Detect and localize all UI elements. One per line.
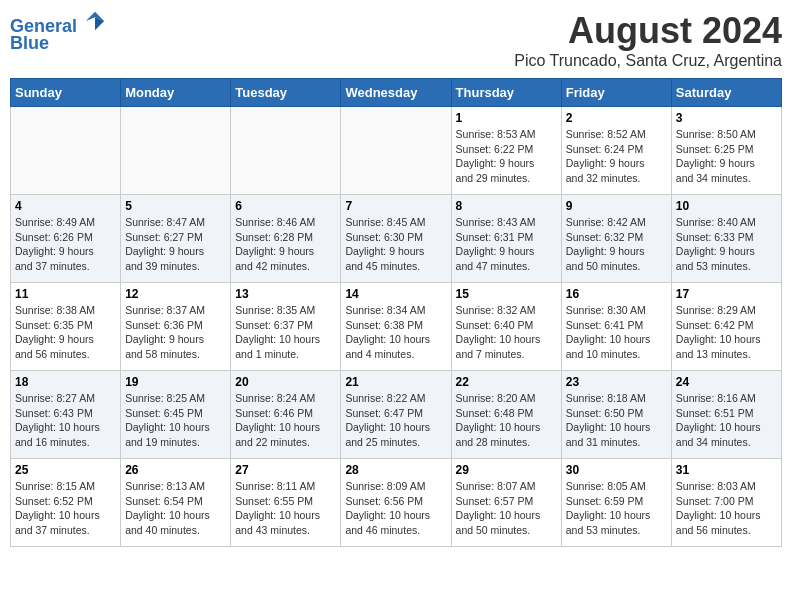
day-number: 18 <box>15 375 116 389</box>
day-number: 23 <box>566 375 667 389</box>
cell-content: Sunrise: 8:43 AMSunset: 6:31 PMDaylight:… <box>456 215 557 274</box>
cell-content: Sunrise: 8:37 AMSunset: 6:36 PMDaylight:… <box>125 303 226 362</box>
calendar-cell: 26Sunrise: 8:13 AMSunset: 6:54 PMDayligh… <box>121 459 231 547</box>
day-number: 4 <box>15 199 116 213</box>
day-number: 19 <box>125 375 226 389</box>
day-header-saturday: Saturday <box>671 79 781 107</box>
calendar-cell: 14Sunrise: 8:34 AMSunset: 6:38 PMDayligh… <box>341 283 451 371</box>
day-number: 29 <box>456 463 557 477</box>
day-number: 27 <box>235 463 336 477</box>
day-number: 20 <box>235 375 336 389</box>
cell-content: Sunrise: 8:07 AMSunset: 6:57 PMDaylight:… <box>456 479 557 538</box>
calendar-cell <box>11 107 121 195</box>
cell-content: Sunrise: 8:20 AMSunset: 6:48 PMDaylight:… <box>456 391 557 450</box>
cell-content: Sunrise: 8:38 AMSunset: 6:35 PMDaylight:… <box>15 303 116 362</box>
cell-content: Sunrise: 8:42 AMSunset: 6:32 PMDaylight:… <box>566 215 667 274</box>
cell-content: Sunrise: 8:16 AMSunset: 6:51 PMDaylight:… <box>676 391 777 450</box>
cell-content: Sunrise: 8:25 AMSunset: 6:45 PMDaylight:… <box>125 391 226 450</box>
cell-content: Sunrise: 8:35 AMSunset: 6:37 PMDaylight:… <box>235 303 336 362</box>
cell-content: Sunrise: 8:50 AMSunset: 6:25 PMDaylight:… <box>676 127 777 186</box>
calendar-cell: 27Sunrise: 8:11 AMSunset: 6:55 PMDayligh… <box>231 459 341 547</box>
calendar-cell: 9Sunrise: 8:42 AMSunset: 6:32 PMDaylight… <box>561 195 671 283</box>
day-number: 12 <box>125 287 226 301</box>
cell-content: Sunrise: 8:47 AMSunset: 6:27 PMDaylight:… <box>125 215 226 274</box>
calendar-cell <box>121 107 231 195</box>
calendar-cell: 17Sunrise: 8:29 AMSunset: 6:42 PMDayligh… <box>671 283 781 371</box>
calendar-cell <box>341 107 451 195</box>
calendar-cell: 18Sunrise: 8:27 AMSunset: 6:43 PMDayligh… <box>11 371 121 459</box>
calendar-cell: 2Sunrise: 8:52 AMSunset: 6:24 PMDaylight… <box>561 107 671 195</box>
calendar-cell: 31Sunrise: 8:03 AMSunset: 7:00 PMDayligh… <box>671 459 781 547</box>
cell-content: Sunrise: 8:46 AMSunset: 6:28 PMDaylight:… <box>235 215 336 274</box>
week-row-1: 1Sunrise: 8:53 AMSunset: 6:22 PMDaylight… <box>11 107 782 195</box>
day-number: 8 <box>456 199 557 213</box>
day-number: 24 <box>676 375 777 389</box>
day-number: 3 <box>676 111 777 125</box>
day-number: 22 <box>456 375 557 389</box>
day-header-tuesday: Tuesday <box>231 79 341 107</box>
day-number: 17 <box>676 287 777 301</box>
page-subtitle: Pico Truncado, Santa Cruz, Argentina <box>514 52 782 70</box>
week-row-5: 25Sunrise: 8:15 AMSunset: 6:52 PMDayligh… <box>11 459 782 547</box>
calendar-cell: 4Sunrise: 8:49 AMSunset: 6:26 PMDaylight… <box>11 195 121 283</box>
cell-content: Sunrise: 8:05 AMSunset: 6:59 PMDaylight:… <box>566 479 667 538</box>
calendar-cell: 6Sunrise: 8:46 AMSunset: 6:28 PMDaylight… <box>231 195 341 283</box>
day-number: 11 <box>15 287 116 301</box>
cell-content: Sunrise: 8:03 AMSunset: 7:00 PMDaylight:… <box>676 479 777 538</box>
calendar-cell: 24Sunrise: 8:16 AMSunset: 6:51 PMDayligh… <box>671 371 781 459</box>
cell-content: Sunrise: 8:24 AMSunset: 6:46 PMDaylight:… <box>235 391 336 450</box>
cell-content: Sunrise: 8:49 AMSunset: 6:26 PMDaylight:… <box>15 215 116 274</box>
cell-content: Sunrise: 8:34 AMSunset: 6:38 PMDaylight:… <box>345 303 446 362</box>
day-number: 9 <box>566 199 667 213</box>
cell-content: Sunrise: 8:30 AMSunset: 6:41 PMDaylight:… <box>566 303 667 362</box>
day-number: 6 <box>235 199 336 213</box>
cell-content: Sunrise: 8:32 AMSunset: 6:40 PMDaylight:… <box>456 303 557 362</box>
calendar-cell: 15Sunrise: 8:32 AMSunset: 6:40 PMDayligh… <box>451 283 561 371</box>
cell-content: Sunrise: 8:40 AMSunset: 6:33 PMDaylight:… <box>676 215 777 274</box>
logo-icon <box>84 10 106 32</box>
calendar-cell: 8Sunrise: 8:43 AMSunset: 6:31 PMDaylight… <box>451 195 561 283</box>
calendar-cell: 25Sunrise: 8:15 AMSunset: 6:52 PMDayligh… <box>11 459 121 547</box>
calendar-cell: 28Sunrise: 8:09 AMSunset: 6:56 PMDayligh… <box>341 459 451 547</box>
day-number: 28 <box>345 463 446 477</box>
calendar-cell: 3Sunrise: 8:50 AMSunset: 6:25 PMDaylight… <box>671 107 781 195</box>
week-row-3: 11Sunrise: 8:38 AMSunset: 6:35 PMDayligh… <box>11 283 782 371</box>
day-header-thursday: Thursday <box>451 79 561 107</box>
day-number: 14 <box>345 287 446 301</box>
cell-content: Sunrise: 8:15 AMSunset: 6:52 PMDaylight:… <box>15 479 116 538</box>
day-number: 21 <box>345 375 446 389</box>
day-number: 30 <box>566 463 667 477</box>
cell-content: Sunrise: 8:22 AMSunset: 6:47 PMDaylight:… <box>345 391 446 450</box>
page-title: August 2024 <box>514 10 782 52</box>
cell-content: Sunrise: 8:13 AMSunset: 6:54 PMDaylight:… <box>125 479 226 538</box>
calendar-cell: 30Sunrise: 8:05 AMSunset: 6:59 PMDayligh… <box>561 459 671 547</box>
cell-content: Sunrise: 8:09 AMSunset: 6:56 PMDaylight:… <box>345 479 446 538</box>
calendar-cell: 10Sunrise: 8:40 AMSunset: 6:33 PMDayligh… <box>671 195 781 283</box>
page-header: General Blue August 2024 Pico Truncado, … <box>10 10 782 70</box>
day-header-wednesday: Wednesday <box>341 79 451 107</box>
cell-content: Sunrise: 8:18 AMSunset: 6:50 PMDaylight:… <box>566 391 667 450</box>
calendar-cell: 7Sunrise: 8:45 AMSunset: 6:30 PMDaylight… <box>341 195 451 283</box>
calendar-table: SundayMondayTuesdayWednesdayThursdayFrid… <box>10 78 782 547</box>
logo: General Blue <box>10 10 106 54</box>
day-number: 16 <box>566 287 667 301</box>
day-number: 15 <box>456 287 557 301</box>
calendar-cell: 19Sunrise: 8:25 AMSunset: 6:45 PMDayligh… <box>121 371 231 459</box>
cell-content: Sunrise: 8:29 AMSunset: 6:42 PMDaylight:… <box>676 303 777 362</box>
week-row-2: 4Sunrise: 8:49 AMSunset: 6:26 PMDaylight… <box>11 195 782 283</box>
calendar-cell: 11Sunrise: 8:38 AMSunset: 6:35 PMDayligh… <box>11 283 121 371</box>
cell-content: Sunrise: 8:45 AMSunset: 6:30 PMDaylight:… <box>345 215 446 274</box>
day-number: 25 <box>15 463 116 477</box>
day-number: 13 <box>235 287 336 301</box>
title-block: August 2024 Pico Truncado, Santa Cruz, A… <box>514 10 782 70</box>
calendar-cell: 13Sunrise: 8:35 AMSunset: 6:37 PMDayligh… <box>231 283 341 371</box>
calendar-cell: 29Sunrise: 8:07 AMSunset: 6:57 PMDayligh… <box>451 459 561 547</box>
calendar-cell: 16Sunrise: 8:30 AMSunset: 6:41 PMDayligh… <box>561 283 671 371</box>
day-number: 1 <box>456 111 557 125</box>
calendar-cell: 20Sunrise: 8:24 AMSunset: 6:46 PMDayligh… <box>231 371 341 459</box>
cell-content: Sunrise: 8:11 AMSunset: 6:55 PMDaylight:… <box>235 479 336 538</box>
calendar-cell: 21Sunrise: 8:22 AMSunset: 6:47 PMDayligh… <box>341 371 451 459</box>
calendar-header-row: SundayMondayTuesdayWednesdayThursdayFrid… <box>11 79 782 107</box>
day-number: 26 <box>125 463 226 477</box>
calendar-cell: 22Sunrise: 8:20 AMSunset: 6:48 PMDayligh… <box>451 371 561 459</box>
